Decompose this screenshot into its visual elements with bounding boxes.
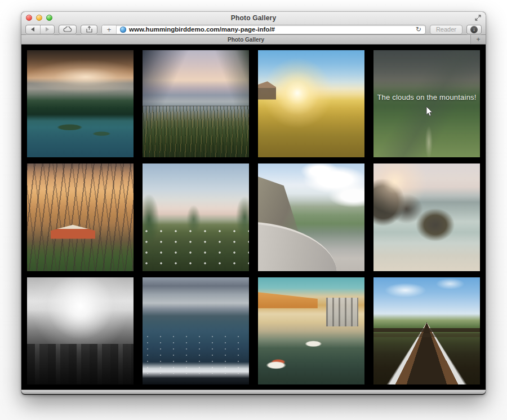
photo-caption: The clouds on the mountains!: [373, 93, 480, 101]
gallery-photo[interactable]: [27, 163, 134, 271]
back-icon: [31, 27, 34, 32]
add-bookmark-button[interactable]: +: [102, 25, 117, 34]
close-window-button[interactable]: [26, 15, 32, 21]
gallery-photo[interactable]: [258, 50, 364, 157]
history-navigation: [25, 25, 55, 34]
gallery-photo[interactable]: [143, 277, 249, 384]
share-button[interactable]: [81, 25, 97, 34]
forward-button[interactable]: [41, 25, 55, 34]
mouse-cursor-icon: [426, 106, 433, 117]
gallery-photo[interactable]: [27, 277, 134, 384]
browser-window: Photo Gallery: [21, 12, 486, 395]
gallery-photo[interactable]: [143, 50, 249, 157]
back-button[interactable]: [26, 25, 41, 34]
icloud-tabs-button[interactable]: [59, 25, 77, 34]
reader-button[interactable]: Reader: [430, 25, 462, 34]
title-bar[interactable]: Photo Gallery: [21, 12, 486, 24]
address-bar[interactable]: + www.hummingbirddemo.com/many-page-info…: [101, 25, 426, 34]
gallery-photo[interactable]: [258, 277, 364, 384]
gallery-photo[interactable]: [27, 50, 134, 157]
tab-bar: Photo Gallery +: [21, 35, 486, 45]
toolbar: + www.hummingbirddemo.com/many-page-info…: [21, 24, 486, 35]
url-text[interactable]: www.hummingbirddemo.com/many-page-info/#: [129, 26, 275, 33]
gallery-photo[interactable]: [143, 163, 249, 271]
photo-grid: The clouds on the mountains!: [21, 45, 486, 390]
share-icon: [86, 26, 93, 33]
gallery-photo[interactable]: [373, 277, 480, 384]
gallery-photo[interactable]: [258, 163, 364, 271]
fullscreen-icon[interactable]: [474, 14, 482, 21]
browser-chrome: Photo Gallery: [21, 12, 486, 35]
reload-icon: ↻: [416, 25, 421, 33]
zoom-window-button[interactable]: [46, 15, 52, 21]
new-tab-button[interactable]: +: [471, 35, 486, 44]
cloud-icon: [63, 26, 72, 32]
downloads-button[interactable]: ↓: [466, 25, 482, 34]
gallery-photo[interactable]: The clouds on the mountains!: [373, 50, 480, 157]
gallery-photo[interactable]: [373, 163, 480, 271]
download-icon: ↓: [470, 26, 478, 33]
window-bottom-edge: [21, 390, 486, 394]
window-title: Photo Gallery: [21, 14, 486, 22]
minimize-window-button[interactable]: [36, 15, 42, 21]
tab-photo-gallery[interactable]: Photo Gallery: [21, 35, 471, 44]
window-controls: [26, 15, 52, 21]
reload-button[interactable]: ↻: [412, 26, 425, 33]
forward-icon: [46, 27, 49, 32]
globe-favicon: [120, 26, 126, 33]
